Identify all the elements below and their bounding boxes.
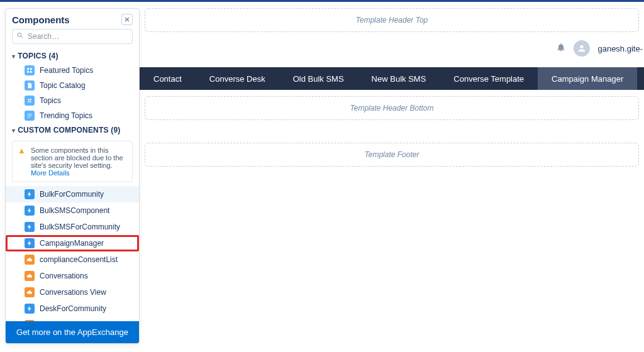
search-icon <box>16 32 24 41</box>
section-custom-header[interactable]: ▾ CUSTOM COMPONENTS (9) <box>6 123 139 137</box>
nav-item[interactable]: Converse Desk <box>196 67 279 90</box>
topic-label: Topic Catalog <box>40 81 86 90</box>
zone-label: Template Header Top <box>356 16 428 25</box>
grid-icon <box>25 65 35 75</box>
component-item[interactable]: BulkSMSForCommunity <box>6 219 139 235</box>
component-icon <box>25 222 35 232</box>
topic-item[interactable]: Topic Catalog <box>6 78 139 93</box>
component-label: BulkSMSComponent <box>40 206 109 215</box>
component-label: complianceConsentList <box>40 255 118 264</box>
more-details-link[interactable]: More Details <box>31 169 70 177</box>
component-item[interactable]: BulkForCommunity <box>6 186 139 202</box>
bell-icon[interactable] <box>556 42 566 55</box>
topic-item[interactable]: Topics <box>6 93 139 108</box>
components-panel: Components ▾ TOPICS (4) Featured TopicsT… <box>5 8 140 344</box>
zone-label: Template Header Bottom <box>350 104 434 113</box>
component-label: BulkForCommunity <box>40 190 104 199</box>
panel-title: Components <box>12 14 70 25</box>
close-icon[interactable] <box>121 14 133 25</box>
avatar[interactable] <box>574 40 590 57</box>
template-footer-zone[interactable]: Template Footer <box>145 143 639 167</box>
component-icon <box>25 287 35 297</box>
component-label: Conversations View <box>40 288 106 297</box>
component-icon <box>25 255 35 265</box>
section-label: CUSTOM COMPONENTS (9) <box>18 126 120 135</box>
component-label: CampaignManager <box>40 239 104 248</box>
component-item[interactable]: BulkSMSComponent <box>6 202 139 219</box>
component-item[interactable]: CampaignManager <box>6 235 139 251</box>
component-icon <box>25 271 35 281</box>
component-icon <box>25 238 35 248</box>
chevron-down-icon: ▾ <box>12 53 15 60</box>
hash-icon <box>25 96 35 106</box>
footer-label: Get more on the AppExchange <box>16 327 128 337</box>
topic-label: Topics <box>40 96 61 105</box>
svg-point-0 <box>18 33 21 37</box>
section-label: TOPICS (4) <box>18 52 58 60</box>
section-topics-header[interactable]: ▾ TOPICS (4) <box>6 49 139 63</box>
zone-label: Template Footer <box>365 150 419 159</box>
component-item[interactable]: Message Notification <box>6 317 139 321</box>
nav-item[interactable]: New Bulk SMS <box>358 67 440 90</box>
component-item[interactable]: Conversations View <box>6 284 139 300</box>
chevron-down-icon: ▾ <box>12 127 15 134</box>
topic-item[interactable]: Trending Topics <box>6 108 139 123</box>
topic-item[interactable]: Featured Topics <box>6 63 139 78</box>
site-navbar: ContactConverse DeskOld Bulk SMSNew Bulk… <box>140 67 644 90</box>
component-icon <box>25 206 35 216</box>
svg-rect-3 <box>27 71 29 73</box>
component-label: BulkSMSForCommunity <box>40 223 120 231</box>
component-label: Conversations <box>40 272 88 280</box>
appexchange-button[interactable]: Get more on the AppExchange <box>6 321 139 343</box>
warning-icon: ▲ <box>18 146 26 177</box>
security-warning: ▲ Some components in this section are bl… <box>12 141 133 182</box>
nav-item[interactable]: Old Bulk SMS <box>279 67 358 90</box>
username-label: ganesh.gite- <box>597 44 643 53</box>
topic-label: Featured Topics <box>40 66 93 75</box>
component-item[interactable]: Conversations <box>6 268 139 284</box>
nav-item[interactable]: Converse Template <box>440 67 538 90</box>
doc-icon <box>25 80 35 91</box>
component-icon <box>25 304 35 314</box>
svg-rect-2 <box>30 68 32 70</box>
lines-icon <box>25 111 35 121</box>
site-header-bar: ganesh.gite- <box>145 37 644 60</box>
component-label: DeskForCommunity <box>40 304 106 313</box>
nav-item[interactable]: Campaign Manager <box>538 67 637 90</box>
template-header-bottom-zone[interactable]: Template Header Bottom <box>145 96 639 120</box>
topic-label: Trending Topics <box>40 111 92 120</box>
svg-rect-4 <box>30 71 32 73</box>
warning-text: Some components in this section are bloc… <box>31 146 123 169</box>
template-header-top-zone[interactable]: Template Header Top <box>145 8 639 32</box>
svg-rect-1 <box>27 68 29 70</box>
component-item[interactable]: complianceConsentList <box>6 251 139 268</box>
component-icon <box>25 189 35 199</box>
nav-item[interactable]: Contact <box>140 67 196 90</box>
component-item[interactable]: DeskForCommunity <box>6 300 139 317</box>
search-input[interactable] <box>12 29 133 44</box>
